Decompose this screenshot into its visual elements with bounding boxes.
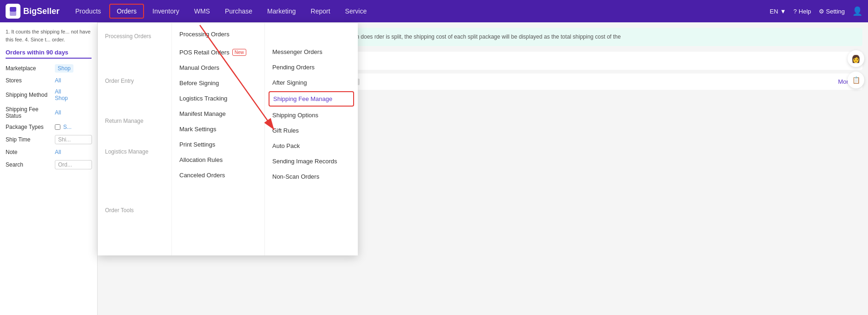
filter-note-value[interactable]: All: [55, 149, 61, 155]
settings-button[interactable]: ⚙ Setting: [819, 8, 845, 15]
filter-ship-time-label: Ship Time: [6, 136, 52, 143]
filter-stores-label: Stores: [6, 77, 52, 84]
new-badge: New: [232, 49, 246, 56]
nav-orders[interactable]: Orders: [109, 4, 144, 19]
menu-manual-orders[interactable]: Manual Orders: [172, 60, 264, 75]
filter-search-label: Search: [6, 161, 52, 168]
section-order-entry: Order Entry: [98, 74, 171, 86]
menu-allocation-rules[interactable]: Allocation Rules: [172, 152, 264, 168]
menu-pending-orders[interactable]: Pending Orders: [265, 60, 358, 75]
filter-stores-value[interactable]: All: [55, 77, 61, 84]
logo-icon: [6, 4, 20, 19]
left-sidebar: 1. It counts the shipping fe... not have…: [0, 22, 98, 315]
clipboard-icon: 📋: [852, 76, 860, 84]
menu-pos-retail-orders[interactable]: POS Retail Orders New: [172, 45, 264, 60]
menu-shipping-fee-manage[interactable]: Shipping Fee Manage: [269, 91, 354, 107]
menu-gift-rules[interactable]: Gift Rules: [265, 123, 358, 138]
main-container: 1. It counts the shipping fe... not have…: [0, 22, 868, 315]
filter-stores: Stores All: [6, 77, 92, 84]
filter-package-types-value: S...: [63, 124, 72, 130]
logo-text: BigSeller: [23, 7, 59, 16]
gear-icon: ⚙: [819, 8, 824, 15]
help-button[interactable]: ? Help: [794, 8, 811, 15]
nav-products[interactable]: Products: [69, 5, 107, 18]
menu-canceled-orders[interactable]: Canceled Orders: [172, 168, 264, 183]
menu-shipping-options[interactable]: Shipping Options: [265, 107, 358, 123]
chat-icon: 👩: [851, 54, 861, 63]
section-logistics-manage: Logistics Manage: [98, 145, 171, 157]
section-processing-orders: Processing Orders: [98, 27, 171, 41]
filter-package-types-label: Package Types: [6, 124, 52, 130]
package-types-checkbox[interactable]: [55, 124, 60, 130]
menu-messenger-orders[interactable]: Messenger Orders: [265, 44, 358, 60]
filter-package-types: Package Types S...: [6, 124, 92, 130]
nav-wms[interactable]: WMS: [188, 5, 217, 18]
menu-manifest-manage[interactable]: Manifest Manage: [172, 106, 264, 121]
help-icon: ?: [794, 8, 797, 15]
nav-inventory[interactable]: Inventory: [146, 5, 186, 18]
filter-ship-time: Ship Time: [6, 135, 92, 144]
logo[interactable]: BigSeller: [6, 4, 59, 19]
filter-note-label: Note: [6, 149, 52, 155]
language-selector[interactable]: EN ▼: [770, 8, 786, 15]
menu-after-signing[interactable]: After Signing: [265, 75, 358, 90]
search-input[interactable]: [55, 160, 92, 169]
chat-icon-button[interactable]: 👩: [848, 50, 864, 67]
orders-dropdown: Processing Orders Order Entry Return Man…: [98, 22, 358, 255]
filter-shipping-method-label: Shipping Method: [6, 92, 52, 98]
filter-marketplace-label: Marketplace: [6, 65, 52, 72]
menu-non-scan-orders[interactable]: Non-Scan Orders: [265, 169, 358, 184]
dropdown-col-sections: Processing Orders Order Entry Return Man…: [98, 23, 172, 255]
menu-before-signing[interactable]: Before Signing: [172, 75, 264, 91]
filter-note: Note All: [6, 149, 92, 155]
filter-search: Search: [6, 160, 92, 169]
user-avatar[interactable]: 👤: [852, 6, 862, 16]
dropdown-columns: Processing Orders Order Entry Return Man…: [98, 23, 358, 255]
menu-logistics-tracking[interactable]: Logistics Tracking: [172, 91, 264, 106]
menu-mark-settings[interactable]: Mark Settings: [172, 121, 264, 137]
menu-sending-image-records[interactable]: Sending Image Records: [265, 154, 358, 169]
filter-marketplace-value[interactable]: Shop: [55, 64, 73, 73]
nav-marketing[interactable]: Marketing: [261, 5, 302, 18]
filter-shipping-method: Shipping Method AllShop: [6, 88, 92, 101]
nav-report[interactable]: Report: [304, 5, 337, 18]
dropdown-col-items: Processing Orders POS Retail Orders New …: [172, 23, 265, 255]
filter-marketplace: Marketplace Shop: [6, 64, 92, 73]
filter-shipping-fee-status-label: Shipping Fee Status: [6, 106, 52, 119]
menu-auto-pack[interactable]: Auto Pack: [265, 138, 358, 154]
filter-shipping-fee-status-value[interactable]: All: [55, 109, 61, 116]
nav-purchase[interactable]: Purchase: [218, 5, 259, 18]
section-order-tools: Order Tools: [98, 203, 171, 215]
dropdown-col-subitems: Messenger Orders Pending Orders After Si…: [265, 23, 358, 255]
clipboard-icon-button[interactable]: 📋: [848, 72, 864, 88]
menu-processing-orders[interactable]: Processing Orders: [172, 27, 264, 42]
info-text: 1. It counts the shipping fe... not have…: [6, 28, 92, 43]
user-icon: 👤: [852, 6, 862, 16]
nav-service[interactable]: Service: [339, 5, 374, 18]
section-title: Orders within 90 days: [6, 49, 92, 59]
menu-print-settings[interactable]: Print Settings: [172, 137, 264, 152]
right-float-icons: 👩 📋: [848, 50, 864, 88]
ship-time-input[interactable]: [55, 135, 92, 144]
nav-right: EN ▼ ? Help ⚙ Setting 👤: [770, 6, 862, 16]
section-return-manage: Return Manage: [98, 114, 171, 126]
top-navigation: BigSeller Products Orders Inventory WMS …: [0, 0, 868, 22]
filter-shipping-fee-status: Shipping Fee Status All: [6, 106, 92, 119]
filter-shipping-method-value[interactable]: AllShop: [55, 88, 68, 101]
